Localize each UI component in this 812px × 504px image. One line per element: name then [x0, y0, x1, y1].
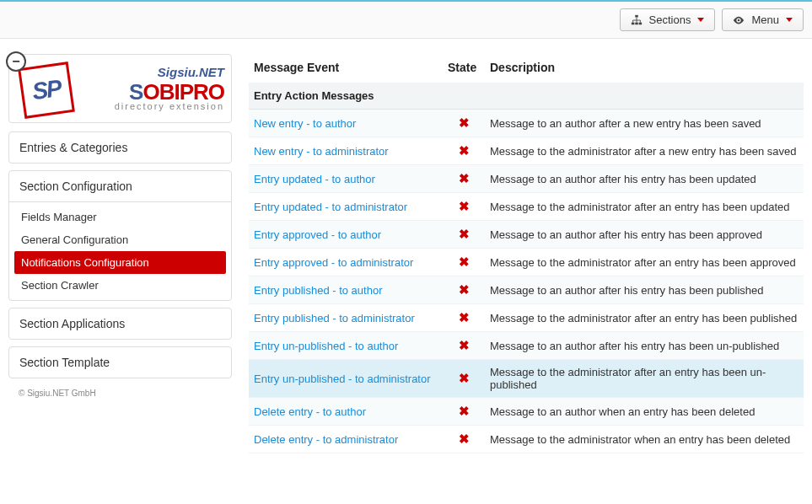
logo: SP Sigsiu.NET SOBIPRO directory extensio… — [16, 60, 224, 115]
message-event-link[interactable]: New entry - to administrator — [254, 145, 389, 158]
caret-down-icon — [697, 18, 704, 22]
table-row: Entry approved - to administrator✖Messag… — [249, 249, 804, 276]
message-event-link[interactable]: Entry updated - to administrator — [254, 201, 407, 213]
sidebar-sub-items: Fields Manager General Configuration Not… — [9, 202, 231, 300]
topbar: Sections Menu — [0, 0, 812, 39]
sidebar-item-label: Section Template — [9, 347, 231, 378]
message-description: Message to the administrator after an en… — [485, 249, 804, 276]
footer-copyright: © Sigsiu.NET GmbH — [8, 385, 232, 401]
message-description: Message to an author after his entry has… — [485, 276, 804, 304]
sidebar-item-notifications-configuration[interactable]: Notifications Configuration — [14, 251, 226, 274]
message-description: Message to an author after a new entry h… — [485, 110, 804, 137]
svg-point-4 — [738, 19, 740, 21]
message-description: Message to the administrator after an en… — [485, 193, 804, 221]
sidebar-section-configuration: Section Configuration Fields Manager Gen… — [8, 170, 232, 301]
table-row: Entry published - to author✖Message to a… — [249, 276, 804, 304]
state-toggle-x-icon[interactable]: ✖ — [459, 432, 470, 447]
logo-brand: SOBIPRO — [77, 81, 224, 103]
logo-tagline: directory extension — [77, 101, 224, 111]
table-row: New entry - to author✖Message to an auth… — [249, 110, 804, 137]
sidebar-item-section-crawler[interactable]: Section Crawler — [9, 274, 231, 297]
state-toggle-x-icon[interactable]: ✖ — [459, 227, 470, 242]
message-event-link[interactable]: Entry approved - to administrator — [254, 256, 413, 269]
svg-rect-0 — [635, 14, 638, 17]
sitemap-icon — [631, 14, 643, 26]
sidebar-entries-categories[interactable]: Entries & Categories — [8, 131, 232, 164]
eye-icon — [733, 14, 745, 26]
table-row: Entry approved - to author✖Message to an… — [249, 221, 804, 249]
col-header-event: Message Event — [249, 54, 443, 83]
logo-box: − SP Sigsiu.NET SOBIPRO directory extens… — [8, 54, 232, 123]
message-event-link[interactable]: Entry un-published - to administrator — [254, 373, 431, 385]
caret-down-icon — [786, 18, 793, 22]
sidebar-item-label: Entries & Categories — [9, 132, 231, 163]
group-label: Entry Action Messages — [249, 83, 804, 110]
col-header-description: Description — [485, 54, 804, 83]
sidebar-section-config-head[interactable]: Section Configuration — [9, 171, 231, 202]
table-row: Entry updated - to administrator✖Message… — [249, 193, 804, 221]
message-event-link[interactable]: Entry un-published - to author — [254, 340, 398, 352]
message-event-link[interactable]: Entry updated - to author — [254, 173, 375, 185]
menu-dropdown[interactable]: Menu — [722, 8, 804, 31]
sidebar: − SP Sigsiu.NET SOBIPRO directory extens… — [8, 54, 232, 401]
state-toggle-x-icon[interactable]: ✖ — [459, 404, 470, 419]
svg-rect-2 — [635, 22, 638, 24]
message-description: Message to an author after his entry has… — [485, 332, 804, 360]
sidebar-item-general-configuration[interactable]: General Configuration — [9, 228, 231, 251]
main-content: Message Event State Description Entry Ac… — [249, 54, 804, 453]
message-event-link[interactable]: Delete entry - to author — [254, 405, 366, 418]
state-toggle-x-icon[interactable]: ✖ — [459, 310, 470, 325]
logo-sigsiu: Sigsiu.NET — [77, 65, 224, 79]
logo-square-icon: SP — [18, 62, 75, 119]
state-toggle-x-icon[interactable]: ✖ — [459, 171, 470, 186]
svg-rect-3 — [638, 22, 642, 24]
table-row: Delete entry - to author✖Message to an a… — [249, 398, 804, 426]
message-description: Message to an author after his entry has… — [485, 221, 804, 249]
message-description: Message to the administrator after an en… — [485, 304, 804, 332]
sidebar-section-applications[interactable]: Section Applications — [8, 308, 232, 340]
state-toggle-x-icon[interactable]: ✖ — [459, 282, 470, 298]
message-description: Message to an author after his entry has… — [485, 165, 804, 193]
message-event-link[interactable]: New entry - to author — [254, 117, 356, 130]
state-toggle-x-icon[interactable]: ✖ — [459, 199, 470, 214]
collapse-button[interactable]: − — [6, 51, 26, 72]
sidebar-section-template[interactable]: Section Template — [8, 346, 232, 378]
table-row: Entry un-published - to author✖Message t… — [249, 332, 804, 360]
col-header-state: State — [443, 54, 485, 83]
table-row: Entry un-published - to administrator✖Me… — [249, 360, 804, 398]
table-row: Entry published - to administrator✖Messa… — [249, 304, 804, 332]
table-row: Delete entry - to administrator✖Message … — [249, 426, 804, 453]
state-toggle-x-icon[interactable]: ✖ — [459, 143, 470, 158]
menu-label: Menu — [751, 13, 779, 26]
state-toggle-x-icon[interactable]: ✖ — [459, 115, 470, 131]
message-description: Message to the administrator after a new… — [485, 137, 804, 165]
table-row: New entry - to administrator✖Message to … — [249, 137, 804, 165]
message-event-link[interactable]: Entry published - to author — [254, 284, 382, 297]
sidebar-item-fields-manager[interactable]: Fields Manager — [9, 206, 231, 228]
svg-rect-1 — [631, 22, 634, 24]
logo-sp: SP — [30, 75, 62, 105]
message-event-link[interactable]: Delete entry - to administrator — [254, 433, 398, 446]
message-description: Message to an author when an entry has b… — [485, 398, 804, 426]
message-event-link[interactable]: Entry published - to administrator — [254, 312, 415, 324]
sidebar-item-label: Section Applications — [9, 308, 231, 339]
table-group-row: Entry Action Messages — [249, 83, 804, 110]
sections-label: Sections — [649, 13, 691, 26]
state-toggle-x-icon[interactable]: ✖ — [459, 255, 470, 270]
table-row: Entry updated - to author✖Message to an … — [249, 165, 804, 193]
message-event-link[interactable]: Entry approved - to author — [254, 228, 381, 241]
state-toggle-x-icon[interactable]: ✖ — [459, 338, 470, 353]
sections-dropdown[interactable]: Sections — [620, 8, 716, 31]
main-container: − SP Sigsiu.NET SOBIPRO directory extens… — [0, 39, 812, 462]
message-description: Message to the administrator after an en… — [485, 360, 804, 398]
logo-text: Sigsiu.NET SOBIPRO directory extension — [77, 65, 224, 111]
message-description: Message to the administrator when an ent… — [485, 426, 804, 453]
state-toggle-x-icon[interactable]: ✖ — [459, 371, 470, 386]
messages-table: Message Event State Description Entry Ac… — [249, 54, 804, 453]
